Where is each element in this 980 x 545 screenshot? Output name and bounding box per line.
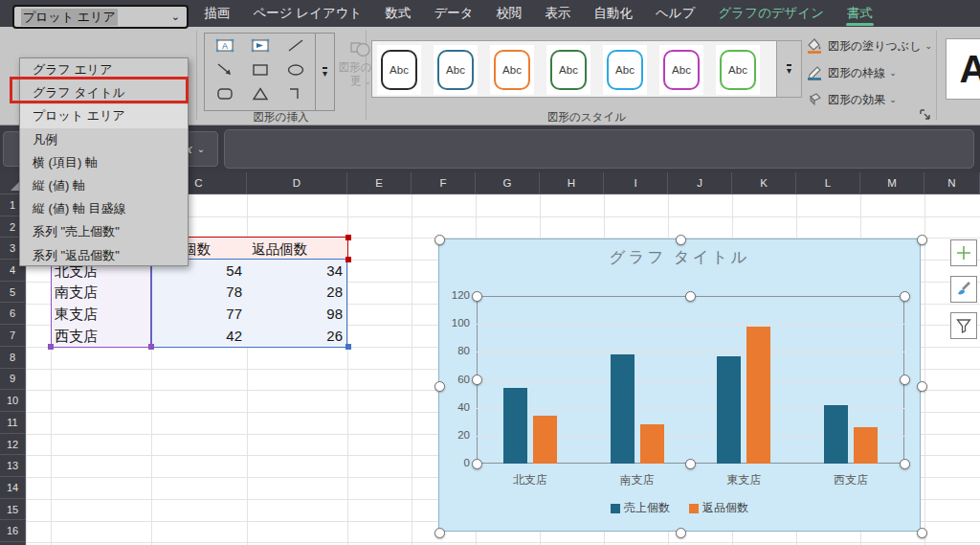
selection-handle[interactable] <box>917 381 927 392</box>
selection-handle[interactable] <box>472 375 482 385</box>
chart-styles-button[interactable] <box>950 276 977 303</box>
cell-store-name[interactable]: 南支店 <box>55 284 98 302</box>
selection-handle[interactable] <box>917 528 927 538</box>
selection-handle[interactable] <box>472 459 482 469</box>
row-header-10[interactable]: 10 <box>0 390 26 412</box>
chart-title[interactable]: グラフ タイトル <box>439 247 920 268</box>
row-header-15[interactable]: 15 <box>0 499 26 521</box>
selection-handle[interactable] <box>685 291 696 302</box>
row-header-13[interactable]: 13 <box>0 455 26 477</box>
bar-返品個数-南支店[interactable] <box>640 424 664 464</box>
shape-styles-more-button[interactable]: ▾ <box>777 40 802 98</box>
shape-button-oval[interactable] <box>286 61 305 82</box>
bar-売上個数-南支店[interactable] <box>611 354 635 464</box>
wordart-style-tile[interactable]: A <box>946 38 980 100</box>
row-header-5[interactable]: 5 <box>0 282 26 304</box>
cell-store-name[interactable]: 西支店 <box>55 328 98 346</box>
range-handle[interactable] <box>148 344 154 350</box>
column-header-I[interactable]: I <box>604 172 668 193</box>
range-handle[interactable] <box>48 344 54 350</box>
shape-style-1[interactable]: Abc <box>377 45 421 95</box>
shape-fill-button[interactable]: 図形の塗りつぶし ⌄ <box>807 34 931 57</box>
shape-button-horizontal-textbox[interactable] <box>251 37 270 58</box>
row-header-16[interactable]: 16 <box>0 521 26 543</box>
selection-handle[interactable] <box>676 528 686 538</box>
shape-button-rounded-rectangle[interactable] <box>215 85 234 106</box>
shape-button-textbox[interactable]: A <box>215 37 234 58</box>
shape-button-rectangle[interactable] <box>251 61 270 82</box>
menu-tab[interactable]: 書式 <box>835 0 884 27</box>
column-header-M[interactable]: M <box>860 172 924 193</box>
row-header-6[interactable]: 6 <box>0 304 26 326</box>
shape-style-6[interactable]: Abc <box>659 45 703 95</box>
column-header-H[interactable]: H <box>540 172 604 193</box>
chart-filters-button[interactable] <box>950 312 977 339</box>
bar-返品個数-東支店[interactable] <box>746 327 770 464</box>
selection-handle[interactable] <box>917 235 927 245</box>
selection-handle[interactable] <box>900 291 910 302</box>
column-header-G[interactable]: G <box>476 172 540 193</box>
selection-handle[interactable] <box>685 459 696 469</box>
column-header-D[interactable]: D <box>247 172 347 193</box>
shape-effects-button[interactable]: 図形の効果 ⌄ <box>807 88 931 111</box>
bar-返品個数-北支店[interactable] <box>533 416 557 464</box>
cell-returns-value[interactable]: 28 <box>247 284 343 300</box>
shape-button-arrow[interactable] <box>215 61 234 82</box>
selection-handle[interactable] <box>434 528 445 538</box>
menu-tab[interactable]: ページ レイアウト <box>241 0 373 27</box>
range-handle[interactable] <box>345 344 351 350</box>
chart-elements-button[interactable] <box>950 239 977 266</box>
chart-element-combobox[interactable]: プロット エリア ⌄ <box>12 5 189 29</box>
selection-handle[interactable] <box>434 235 445 245</box>
dropdown-item[interactable]: 系列 "売上個数" <box>20 220 188 243</box>
shape-style-2[interactable]: Abc <box>434 45 478 95</box>
selection-handle[interactable] <box>900 375 910 385</box>
shape-button-elbow-connector[interactable] <box>286 85 305 106</box>
selection-handle[interactable] <box>472 291 482 302</box>
menu-tab[interactable]: 数式 <box>373 0 422 27</box>
dropdown-item[interactable]: 横 (項目) 軸 <box>20 151 188 174</box>
menu-tab[interactable]: 表示 <box>534 0 583 27</box>
bar-売上個数-東支店[interactable] <box>717 356 741 464</box>
column-header-F[interactable]: F <box>412 172 476 193</box>
dropdown-item[interactable]: 凡例 <box>20 128 188 151</box>
selection-handle[interactable] <box>900 459 910 469</box>
dialog-launcher-icon[interactable] <box>920 107 933 121</box>
shape-outline-button[interactable]: 図形の枠線 ⌄ <box>807 61 931 84</box>
dropdown-item[interactable]: プロット エリア <box>20 104 188 127</box>
menu-tab[interactable]: ヘルプ <box>644 0 706 27</box>
legend-entry[interactable]: 売上個数 <box>611 500 670 516</box>
shape-style-7[interactable]: Abc <box>716 45 760 95</box>
menu-tab[interactable]: 自動化 <box>583 0 645 27</box>
shape-button-line[interactable] <box>286 37 305 58</box>
insert-shapes-more-button[interactable]: ▾ <box>315 34 334 110</box>
row-header-11[interactable]: 11 <box>0 412 26 434</box>
column-header-N[interactable]: N <box>924 172 980 193</box>
bar-返品個数-西支店[interactable] <box>854 427 878 464</box>
cell-sales-value[interactable]: 78 <box>151 284 242 300</box>
dropdown-item[interactable]: 縦 (値) 軸 目盛線 <box>20 197 188 220</box>
legend-entry[interactable]: 返品個数 <box>689 500 748 516</box>
menu-tab[interactable]: グラフのデザイン <box>706 0 835 27</box>
menu-tab[interactable]: データ <box>422 0 484 27</box>
row-header-8[interactable]: 8 <box>0 347 26 369</box>
cell-store-name[interactable]: 東支店 <box>55 306 98 324</box>
menu-tab[interactable]: 校閲 <box>485 0 534 27</box>
range-handle[interactable] <box>345 257 351 262</box>
row-header-7[interactable]: 7 <box>0 325 26 347</box>
column-header-E[interactable]: E <box>347 172 412 193</box>
bar-売上個数-西支店[interactable] <box>824 405 848 464</box>
cell-header-D3[interactable]: 返品個数 <box>252 240 307 259</box>
shape-style-4[interactable]: Abc <box>546 45 590 95</box>
shape-button-triangle[interactable] <box>251 85 270 106</box>
column-header-K[interactable]: K <box>732 172 796 193</box>
cell-returns-value[interactable]: 26 <box>247 328 343 344</box>
formula-input[interactable] <box>224 129 974 169</box>
shape-style-3[interactable]: Abc <box>490 45 534 95</box>
cell-returns-value[interactable]: 34 <box>247 262 343 279</box>
row-header-14[interactable]: 14 <box>0 477 26 499</box>
dropdown-item[interactable]: 系列 "返品個数" <box>20 244 188 267</box>
chart-legend[interactable]: 売上個数返品個数 <box>439 500 920 516</box>
bar-売上個数-北支店[interactable] <box>503 388 527 464</box>
range-handle[interactable] <box>345 235 351 240</box>
